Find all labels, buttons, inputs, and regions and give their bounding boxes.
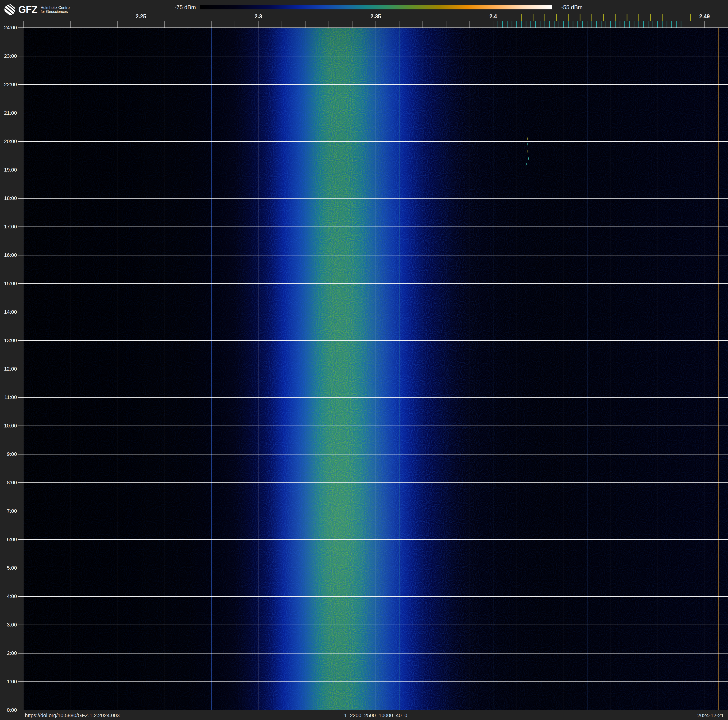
spectrogram-plot (23, 28, 728, 710)
hour-axis-label: 21:00 (0, 110, 17, 116)
hour-axis-label: 6:00 (0, 536, 17, 542)
colorbar-min-label: -75 dBm (141, 4, 196, 11)
burst-dot (528, 158, 529, 159)
hour-axis-label: 2:00 (0, 650, 17, 656)
brand-subtitle-line2: for Geosciences (41, 10, 70, 14)
hour-axis-label: 11:00 (0, 394, 17, 400)
vertical-gridlines (47, 28, 705, 710)
brand-name: GFZ (18, 4, 37, 15)
gfz-logo: GFZ Helmholtz Centre for Geosciences (4, 4, 70, 15)
burst-dot (526, 163, 527, 165)
hour-axis-label: 7:00 (0, 508, 17, 514)
spectrogram-screen: GFZ Helmholtz Centre for Geosciences -75… (0, 0, 728, 720)
hour-axis-label: 10:00 (0, 423, 17, 429)
burst-dot (527, 143, 528, 146)
spectrogram-band-gradient (23, 28, 728, 710)
freq-axis-label: 2.25 (130, 14, 151, 20)
freq-axis-label: 2.49 (694, 14, 715, 20)
hour-axis-label: 3:00 (0, 622, 17, 628)
hour-axis-label: 17:00 (0, 224, 17, 230)
hour-axis-label: 9:00 (0, 451, 17, 457)
hour-axis-label: 23:00 (0, 53, 17, 59)
time-intensity-modulation (23, 28, 728, 710)
hour-axis-label: 24:00 (0, 25, 17, 31)
hour-gridlines (18, 28, 728, 710)
doi-text: https://doi.org/10.5880/GFZ.1.2.2024.003 (25, 712, 120, 719)
hour-axis-label: 16:00 (0, 252, 17, 258)
hour-axis-label: 22:00 (0, 81, 17, 88)
gfz-globe-icon (4, 4, 15, 15)
intensity-boost-morning (265, 366, 416, 676)
hour-axis-label: 4:00 (0, 593, 17, 599)
carrier-lines (211, 28, 719, 710)
hour-axis-label: 5:00 (0, 565, 17, 571)
noise-layer-faint (23, 28, 728, 710)
hour-axis-label: 13:00 (0, 337, 17, 343)
hour-axis-label: 8:00 (0, 479, 17, 486)
hour-axis-label: 14:00 (0, 309, 17, 315)
hour-axis-label: 19:00 (0, 167, 17, 173)
brand-subtitle: Helmholtz Centre for Geosciences (41, 6, 70, 14)
sporadic-burst-dots (526, 138, 529, 165)
hour-axis-label: 15:00 (0, 280, 17, 287)
axes-overlay (0, 0, 728, 720)
freq-axis-label: 2.4 (483, 14, 504, 20)
hour-axis-label: 20:00 (0, 138, 17, 144)
burst-dot (528, 150, 528, 153)
dataset-id-text: 1_2200_2500_10000_40_0 (344, 712, 407, 719)
colorbar-max-label: -55 dBm (561, 4, 583, 11)
hour-axis-label: 0:00 (0, 707, 17, 713)
freq-axis-label: 2.3 (248, 14, 269, 20)
colorbar-gradient (200, 5, 552, 9)
brand-subtitle-line1: Helmholtz Centre (41, 6, 70, 10)
freq-axis-label: 2.35 (365, 14, 386, 20)
noise-layer-blue (23, 28, 728, 710)
hour-axis-label: 1:00 (0, 679, 17, 685)
date-text: 2024-12-21 (697, 712, 724, 719)
intensity-boost-midday (284, 227, 411, 430)
hour-axis-label: 12:00 (0, 366, 17, 372)
burst-dot (527, 138, 528, 139)
noise-layer-green (23, 28, 728, 710)
hour-axis-label: 18:00 (0, 195, 17, 201)
